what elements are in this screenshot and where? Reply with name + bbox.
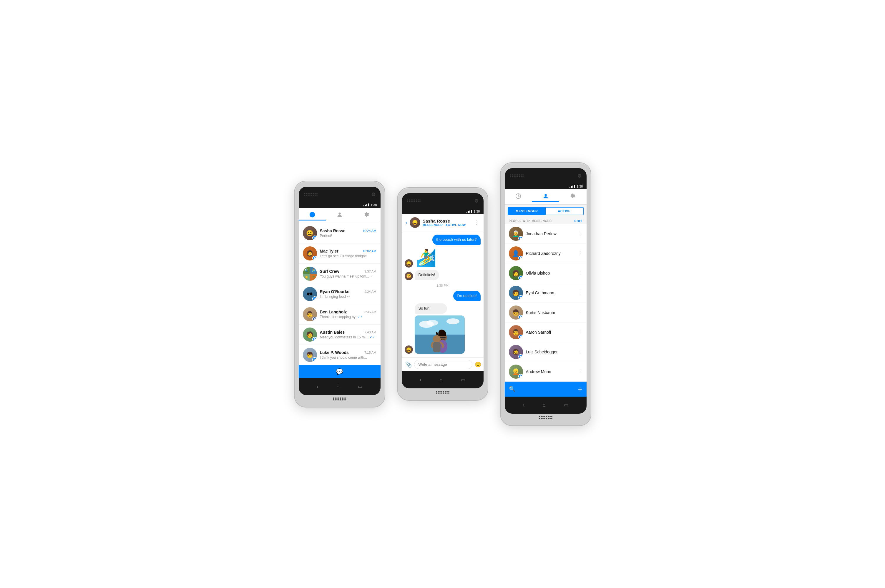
people-list-item[interactable]: 👨‍🦳 Jonathan Perlow ⋮ <box>505 224 587 244</box>
tab-people-p3[interactable] <box>532 193 559 202</box>
svg-point-6 <box>426 320 438 326</box>
emoji-button[interactable]: 🙂 <box>475 362 481 368</box>
person-name: Richard Zadorozny <box>526 251 575 256</box>
people-list-item[interactable]: 👦 Kurtis Nusbaum ⋮ <box>505 303 587 322</box>
chat-messages: the beach with us later? 😄 🏄‍♂️ 😄 Defini… <box>402 231 483 357</box>
more-options[interactable]: ⋮ <box>578 270 582 276</box>
contact-name: Sasha Rosse <box>320 228 346 233</box>
more-options[interactable]: ⋮ <box>578 329 582 335</box>
recent-button[interactable]: ▭ <box>564 402 568 408</box>
tab-settings-p3[interactable] <box>559 193 587 202</box>
chat-input-bar: 📎 🙂 👍 <box>402 357 483 371</box>
home-button[interactable]: ⌂ <box>337 384 340 389</box>
add-person-button[interactable]: + <box>578 384 582 394</box>
sticker-row: 😄 🏄‍♂️ <box>405 247 481 268</box>
more-options[interactable]: ⋮ <box>578 290 582 296</box>
more-options[interactable]: ⋮ <box>578 310 582 315</box>
front-camera <box>372 193 375 196</box>
message-row: 😄 So fun! <box>405 303 481 354</box>
message-list-header <box>299 208 381 223</box>
more-options-button[interactable]: ⋮ <box>474 219 479 226</box>
section-label: PEOPLE WITH MESSENGER <box>509 219 552 222</box>
home-button[interactable]: ⌂ <box>543 402 546 408</box>
people-list-item[interactable]: 🧑 Eyal Guthmann ⋮ <box>505 283 587 303</box>
contact-name: Surf Crew <box>320 269 339 274</box>
message-preview: Perfect! <box>320 234 376 238</box>
message-preview: Meet you downstairs in 15 mi... ✓✓ <box>320 335 376 339</box>
message-time: 8:35 AM <box>364 310 376 314</box>
timestamp: 1:38 PM <box>405 284 481 287</box>
search-button[interactable]: 🔍 <box>509 386 515 392</box>
avatar: 👦 <box>509 306 523 320</box>
back-button[interactable]: ‹ <box>523 402 524 408</box>
front-camera-3 <box>578 174 581 178</box>
message-content: Surf Crew 9:37 AM You guys wanna meet up… <box>320 269 376 278</box>
messenger-toggle-btn[interactable]: MESSENGER <box>508 208 546 214</box>
back-button[interactable]: ‹ <box>317 384 318 389</box>
phone-3-screen: 1:38 MESSENGER ACTIVE PEOPLE WITH <box>505 183 587 397</box>
list-item[interactable]: 🌊 🏄 ☀️ 🌴 Surf Crew 9:37 AM You guys wann… <box>299 264 381 284</box>
tab-recent-p3[interactable] <box>505 193 532 202</box>
messenger-badge <box>518 276 523 280</box>
attach-button[interactable]: 📎 <box>405 362 412 368</box>
message-group: So fun! <box>415 303 465 354</box>
tab-settings[interactable] <box>353 212 381 220</box>
people-list-item[interactable]: 🧔 Luiz Scheidegger ⋮ <box>505 342 587 362</box>
status-bar-3: 1:38 <box>505 183 587 189</box>
phone-2-screen: 1:38 ‹ 😄 Sasha Rosse MESSENGER · ACTIVE … <box>402 208 483 371</box>
avatar: 👦 <box>303 348 317 362</box>
more-options[interactable]: ⋮ <box>578 369 582 374</box>
contact-avatar: 😄 <box>410 217 420 228</box>
back-button[interactable]: ‹ <box>420 377 421 382</box>
avatar: 👨 f <box>303 307 317 321</box>
avatar: 🧑 <box>509 286 523 300</box>
more-options[interactable]: ⋮ <box>578 231 582 236</box>
message-row: I'm outside! <box>405 291 481 301</box>
bottom-speaker-3 <box>505 414 587 420</box>
message-input[interactable] <box>414 360 473 369</box>
person-name: Andrew Munn <box>526 369 575 374</box>
message-time: 9:37 AM <box>364 270 376 273</box>
phone-3-top <box>505 168 587 183</box>
list-item[interactable]: 😄 Sasha Rosse 10:24 AM Perfect! <box>299 223 381 243</box>
list-item[interactable]: 👦 Luke P. Woods 7:15 AM I think you shou… <box>299 345 381 365</box>
message-time: 7:15 AM <box>364 351 376 354</box>
people-list-item[interactable]: 👩 Olivia Bishop ⋮ <box>505 263 587 283</box>
back-button[interactable]: ‹ <box>406 220 407 225</box>
status-time: 1:38 <box>370 203 377 207</box>
people-list-item[interactable]: 👨 Aaron Sarnoff ⋮ <box>505 322 587 342</box>
active-toggle-btn[interactable]: ACTIVE <box>546 208 583 214</box>
more-options[interactable]: ⋮ <box>578 250 582 256</box>
messenger-badge <box>518 256 523 261</box>
message-preview: Let's go see Giraffage tonight! <box>320 254 376 258</box>
home-button[interactable]: ⌂ <box>440 377 442 382</box>
person-name: Aaron Sarnoff <box>526 330 575 334</box>
signal-icon <box>363 204 369 206</box>
section-header: PEOPLE WITH MESSENGER EDIT <box>505 218 587 224</box>
avatar: 👱 <box>509 364 523 379</box>
compose-icon[interactable]: 💬 <box>336 368 343 375</box>
chat-contact-name: Sasha Rosse <box>423 219 472 224</box>
list-item[interactable]: 🧔 Mac Tyler 10:02 AM Let's go see Giraff… <box>299 243 381 264</box>
tab-people[interactable] <box>326 212 353 220</box>
people-list-item[interactable]: 👱 Andrew Munn ⋮ <box>505 362 587 382</box>
message-time: 9:24 AM <box>364 290 376 293</box>
edit-button[interactable]: EDIT <box>574 219 582 223</box>
phone-1-nav: ‹ ⌂ ▭ <box>299 378 381 395</box>
more-options[interactable]: ⋮ <box>578 349 582 355</box>
svg-rect-13 <box>433 342 441 352</box>
list-item[interactable]: 👨 f Ben Langholz 8:35 AM Thanks for stop… <box>299 304 381 325</box>
person-name: Jonathan Perlow <box>526 231 575 236</box>
avatar: 👩 <box>509 266 523 280</box>
chat-header: ‹ 😄 Sasha Rosse MESSENGER · ACTIVE NOW ⋮ <box>402 214 483 231</box>
people-list-item[interactable]: 👤 Richard Zadorozny ⋮ <box>505 244 587 263</box>
list-item[interactable]: 🕶 Ryan O'Rourke 9:24 AM I'm bringing foo… <box>299 284 381 304</box>
recent-button[interactable]: ▭ <box>358 384 362 389</box>
chat-header-info: Sasha Rosse MESSENGER · ACTIVE NOW <box>423 219 472 226</box>
recent-button[interactable]: ▭ <box>461 377 465 383</box>
list-item[interactable]: 🧑 Austin Bales 7:43 AM Meet you downstai… <box>299 325 381 345</box>
tab-recent[interactable] <box>299 212 326 220</box>
status-bar-2: 1:38 <box>402 208 483 214</box>
phone-3-nav: ‹ ⌂ ▭ <box>505 397 587 414</box>
message-row: the beach with us later? <box>405 235 481 245</box>
